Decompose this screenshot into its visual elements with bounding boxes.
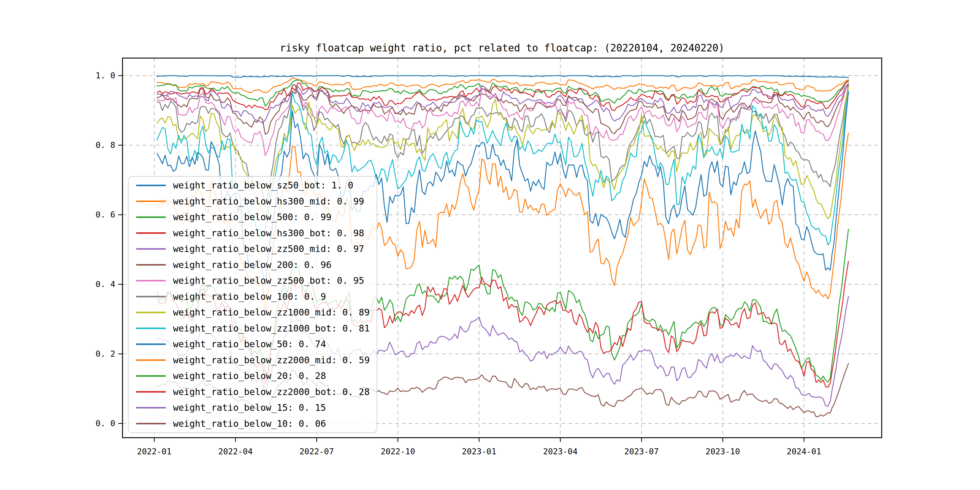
x-tick-label-2022-07: 2022-07: [299, 447, 334, 456]
y-tick-label-0.2: 0. 2: [95, 349, 115, 358]
legend-label-weight_ratio_below_sz50_bot: weight_ratio_below_sz50_bot: 1. 0: [173, 180, 353, 191]
figure: 2022-012022-042022-072022-102023-012023-…: [0, 0, 980, 490]
x-tick-label-2023-04: 2023-04: [543, 447, 578, 456]
x-tick-label-2022-10: 2022-10: [381, 447, 415, 456]
legend-label-weight_ratio_below_200: weight_ratio_below_200: 0. 96: [173, 259, 331, 270]
x-tick-label-2022-01: 2022-01: [137, 447, 172, 456]
legend-label-weight_ratio_below_zz500_bot: weight_ratio_below_zz500_bot: 0. 95: [173, 275, 364, 286]
legend-label-weight_ratio_below_zz2000_mid: weight_ratio_below_zz2000_mid: 0. 59: [173, 355, 370, 366]
legend-label-weight_ratio_below_zz2000_bot: weight_ratio_below_zz2000_bot: 0. 28: [173, 387, 370, 398]
x-tick-label-2022-04: 2022-04: [218, 447, 253, 456]
legend-label-weight_ratio_below_10: weight_ratio_below_10: 0. 06: [173, 418, 326, 429]
legend-label-weight_ratio_below_zz1000_bot: weight_ratio_below_zz1000_bot: 0. 81: [173, 323, 370, 334]
y-tick-label-1.0: 1. 0: [95, 71, 115, 80]
legend-label-weight_ratio_below_500: weight_ratio_below_500: 0. 99: [173, 212, 331, 223]
x-tick-label-2023-10: 2023-10: [706, 447, 740, 456]
legend-label-weight_ratio_below_hs300_bot: weight_ratio_below_hs300_bot: 0. 98: [173, 228, 364, 239]
y-tick-label-0.6: 0. 6: [95, 210, 115, 219]
legend-label-weight_ratio_below_15: weight_ratio_below_15: 0. 15: [173, 402, 326, 413]
legend-label-weight_ratio_below_zz1000_mid: weight_ratio_below_zz1000_mid: 0. 89: [173, 307, 370, 318]
legend-label-weight_ratio_below_zz500_mid: weight_ratio_below_zz500_mid: 0. 97: [173, 243, 364, 255]
y-tick-label-0.8: 0. 8: [95, 140, 115, 150]
chart-title: risky floatcap weight ratio, pct related…: [280, 42, 724, 54]
chart-canvas: 2022-012022-042022-072022-102023-012023-…: [0, 0, 980, 490]
legend-label-weight_ratio_below_hs300_mid: weight_ratio_below_hs300_mid: 0. 99: [173, 196, 364, 207]
x-tick-label-2024-01: 2024-01: [787, 447, 821, 456]
y-tick-label-0.4: 0. 4: [95, 280, 115, 289]
legend-label-weight_ratio_below_20: weight_ratio_below_20: 0. 28: [173, 371, 326, 382]
legend-label-weight_ratio_below_50: weight_ratio_below_50: 0. 74: [173, 339, 326, 350]
legend-label-weight_ratio_below_100: weight_ratio_below_100: 0. 9: [173, 291, 326, 302]
legend: weight_ratio_below_sz50_bot: 1. 0weight_…: [128, 177, 377, 433]
x-tick-label-2023-07: 2023-07: [624, 447, 659, 456]
x-tick-label-2023-01: 2023-01: [462, 447, 496, 456]
y-tick-label-0.0: 0. 0: [95, 418, 115, 428]
